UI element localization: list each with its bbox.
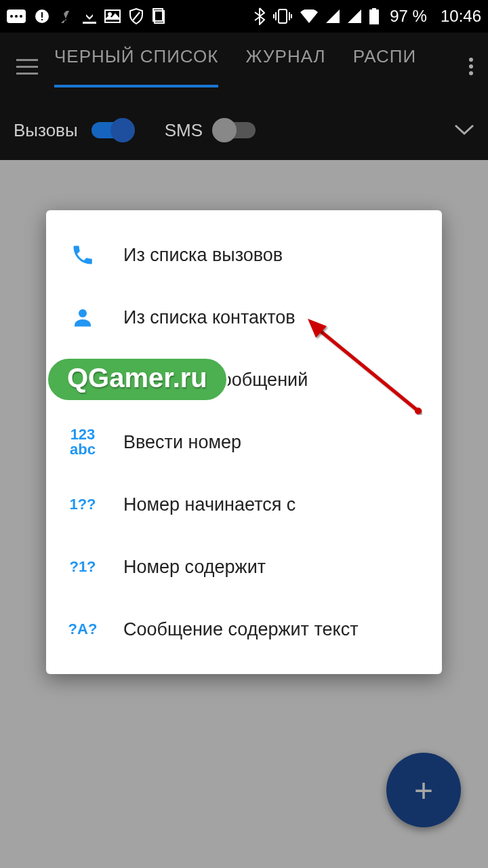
msg-contains-icon: ?A? xyxy=(62,613,103,646)
signal-1-icon xyxy=(326,9,340,23)
tab-blacklist[interactable]: ЧЕРНЫЙ СПИСОК xyxy=(54,46,218,87)
keypad-icon: 123abc xyxy=(62,426,103,458)
app-bar: ЧЕРНЫЙ СПИСОК ЖУРНАЛ РАСПИ xyxy=(0,33,488,100)
svg-rect-18 xyxy=(372,8,376,9)
dialog-item-label: Номер содержит xyxy=(123,557,266,578)
svg-rect-7 xyxy=(83,22,96,24)
person-icon xyxy=(62,301,103,334)
picture-icon xyxy=(104,9,121,23)
chevron-down-icon[interactable] xyxy=(454,124,474,136)
unknown-icon xyxy=(58,8,75,24)
dialog-item-label: Из списка контактов xyxy=(123,307,296,328)
wifi-icon xyxy=(300,9,318,23)
dialog-item-contains[interactable]: ?1? Номер содержит xyxy=(46,536,442,598)
overflow-menu[interactable] xyxy=(454,58,488,75)
status-bar: 97 % 10:46 xyxy=(0,0,488,33)
watermark: QGamer.ru xyxy=(46,357,228,402)
svg-point-20 xyxy=(79,309,87,317)
svg-point-9 xyxy=(108,13,111,16)
dialog-item-message-text[interactable]: ?A? Сообщение содержит текст xyxy=(46,598,442,660)
dialog-item-starts-with[interactable]: 1?? Номер начинается с xyxy=(46,473,442,536)
svg-line-10 xyxy=(133,12,140,20)
svg-rect-6 xyxy=(41,19,43,20)
starts-with-icon: 1?? xyxy=(62,488,103,521)
download-icon xyxy=(83,8,96,24)
bluetooth-icon xyxy=(254,7,265,25)
sms-toggle-label: SMS xyxy=(165,120,203,141)
dialog-item-label: Из списка вызовов xyxy=(123,245,283,266)
filter-toggle-bar: Вызовы SMS xyxy=(0,100,488,160)
battery-percent: 97 % xyxy=(390,7,427,26)
dialog-item-call-log[interactable]: Из списка вызовов xyxy=(46,224,442,286)
svg-point-2 xyxy=(15,15,18,18)
hamburger-menu[interactable] xyxy=(0,33,54,100)
svg-rect-19 xyxy=(369,9,379,24)
overflow-icon xyxy=(7,9,26,23)
clipboard-icon xyxy=(152,8,165,24)
shield-icon xyxy=(129,8,144,24)
calls-toggle[interactable] xyxy=(92,122,131,138)
dialog-item-enter-number[interactable]: 123abc Ввести номер xyxy=(46,411,442,473)
calls-toggle-label: Вызовы xyxy=(14,120,78,141)
svg-rect-5 xyxy=(41,12,43,18)
svg-point-1 xyxy=(10,15,13,18)
tab-log[interactable]: ЖУРНАЛ xyxy=(245,46,325,87)
tab-schedule[interactable]: РАСПИ xyxy=(353,46,417,87)
dialog-item-label: Ввести номер xyxy=(123,432,241,453)
svg-point-3 xyxy=(20,15,22,18)
phone-icon xyxy=(62,239,103,271)
clock: 10:46 xyxy=(441,7,481,26)
warning-icon xyxy=(34,8,50,24)
battery-icon xyxy=(369,8,379,24)
svg-rect-13 xyxy=(279,9,287,23)
sms-toggle[interactable] xyxy=(216,122,256,138)
dialog-item-contacts[interactable]: Из списка контактов xyxy=(46,286,442,349)
signal-2-icon xyxy=(348,9,361,23)
vibrate-icon xyxy=(273,8,292,24)
add-source-dialog: Из списка вызовов Из списка контактов Из… xyxy=(46,210,442,674)
contains-icon: ?1? xyxy=(62,551,103,583)
dialog-item-label: Сообщение содержит текст xyxy=(123,619,359,640)
dialog-item-label: Номер начинается с xyxy=(123,494,296,515)
